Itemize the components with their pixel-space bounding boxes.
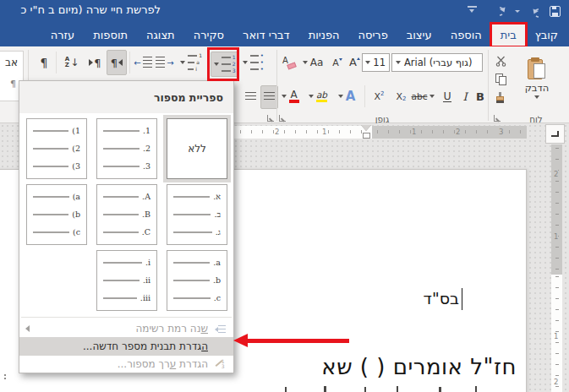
numbering-option-none[interactable]: ללא <box>167 118 227 179</box>
copy-icon <box>495 74 506 85</box>
ruler-label: 2 <box>455 128 461 136</box>
font-color-button[interactable]: A <box>277 85 303 107</box>
word-window: לפרשת חיי שרה (מיום ב ח"י כ קובץ בית הוס… <box>0 0 569 392</box>
menu-item-change-list-level[interactable]: שנה רמת רשימה <box>19 320 233 337</box>
tab-selector-button[interactable] <box>545 124 565 144</box>
rtl-direction-button[interactable]: ¶ <box>107 50 127 75</box>
tab-design[interactable]: עיצוב <box>397 24 441 46</box>
menu-item-set-numbering-value[interactable]: 1 3 הגדרת ערך מספור... <box>19 356 233 373</box>
font-size-combobox[interactable]: 11 <box>362 53 390 72</box>
ruler-label: 1 <box>321 128 327 136</box>
numbering-gallery: ללא .1 .2 .3 (1 (2 (3 .א .ב .ג .A .B .C <box>19 113 233 314</box>
numbering-option-lower-alpha[interactable]: .a .b .c <box>167 250 227 311</box>
superscript-icon: 2 <box>380 90 384 97</box>
save-icon[interactable] <box>550 6 561 17</box>
clear-formatting-button[interactable]: A <box>281 52 298 73</box>
doc-body-line[interactable]: חז"ל אומרים ( ) שא <box>321 354 517 379</box>
undo-icon[interactable] <box>500 6 520 17</box>
tab-references[interactable]: הפניות <box>299 24 349 46</box>
paragraph-mark-icon: ¶ <box>41 56 48 69</box>
font-name-combobox[interactable]: Arial (גוף עברי) <box>391 53 483 72</box>
numbering-option-decimal-paren[interactable]: (1 (2 (3 <box>26 118 87 179</box>
decrease-indent-button[interactable]: ← <box>133 51 153 74</box>
tab-review[interactable]: סקירה <box>184 24 233 46</box>
doc-heading[interactable]: בס"ד <box>424 289 459 308</box>
numbering-option-roman[interactable]: .i .ii .iii <box>96 250 157 311</box>
ruler-vertical[interactable]: 2 1 1 2 <box>551 144 562 392</box>
dropdown-arrow-icon <box>180 61 185 64</box>
dropdown-arrow-icon[interactable] <box>396 61 401 64</box>
dropdown-arrow-icon[interactable] <box>365 61 370 64</box>
tab-help[interactable]: עזרה <box>41 24 84 46</box>
change-list-level-icon <box>212 324 227 334</box>
ruler-horizontal-margin-area[interactable]: 1 2 3 <box>372 126 527 139</box>
redo-icon[interactable] <box>526 6 539 22</box>
shrink-font-button[interactable]: A <box>330 52 345 73</box>
format-painter-button[interactable] <box>491 90 510 106</box>
dropdown-arrow-icon <box>282 95 287 98</box>
bold-icon: B <box>476 90 484 103</box>
first-line-indent-marker[interactable] <box>361 125 371 131</box>
text-effects-button[interactable]: A <box>333 85 360 107</box>
shrink-font-icon <box>339 58 342 61</box>
font-color-icon: A <box>289 90 299 103</box>
numbering-option-hebrew-letters[interactable]: .א .ב .ג <box>167 184 227 245</box>
sort-button[interactable]: AZ ↓ <box>61 51 83 74</box>
subscript-button[interactable]: X2 <box>391 85 412 107</box>
tab-mailings[interactable]: דברי דואר <box>233 24 299 46</box>
show-paragraph-marks-button[interactable]: ¶ <box>36 51 52 74</box>
increase-indent-button[interactable]: → <box>155 51 175 74</box>
tab-layout[interactable]: פריסה <box>349 24 397 46</box>
font-size-value: 11 <box>373 57 389 68</box>
bullets-icon: • • • <box>250 53 264 72</box>
tab-addins[interactable]: תוספות <box>84 24 137 46</box>
partial-text-fragment <box>324 386 326 392</box>
superscript-button[interactable]: X2 <box>369 85 390 107</box>
partial-text-fragment <box>285 387 287 392</box>
text-cursor <box>462 288 463 310</box>
numbering-option-lower-alpha-paren[interactable]: (a (b (c <box>26 184 87 245</box>
align-button[interactable] <box>242 86 259 108</box>
text-effects-icon: A <box>346 89 356 104</box>
numbering-option-decimal[interactable]: .1 .2 .3 <box>96 118 157 179</box>
change-case-button[interactable]: Aa <box>299 52 326 73</box>
numbering-option-upper-alpha[interactable]: .A .B .C <box>96 184 157 245</box>
align-icon <box>245 92 256 102</box>
ltr-direction-button[interactable]: ¶ <box>85 51 105 74</box>
ribbon-tab-bar: קובץ בית הוספה עיצוב פריסה הפניות דברי ד… <box>0 24 569 46</box>
subscript-icon: 2 <box>402 95 406 102</box>
bullets-button[interactable]: • • • <box>240 51 266 74</box>
cut-button[interactable] <box>491 53 510 68</box>
numbering-library-menu: ספריית מספור ללא .1 .2 .3 (1 (2 (3 .א .ב… <box>19 80 234 373</box>
paste-button[interactable]: הדבק <box>514 49 560 106</box>
text-highlight-button[interactable]: ab <box>304 85 331 107</box>
dropdown-arrow-icon <box>243 61 248 64</box>
undo-dropdown-icon[interactable] <box>515 10 520 13</box>
annotation-arrow-shaft <box>247 339 349 343</box>
dropdown-arrow-icon <box>338 95 343 98</box>
text-highlight-icon: ab <box>316 90 327 103</box>
indent-marker[interactable] <box>363 133 370 139</box>
tab-home[interactable]: בית <box>491 24 526 46</box>
style-preview-pilcrow: ¶ <box>10 79 16 90</box>
copy-button[interactable] <box>491 72 510 87</box>
strikethrough-button[interactable]: abc <box>412 85 435 107</box>
bold-button[interactable]: B <box>472 85 489 107</box>
tab-file[interactable]: קובץ <box>526 24 567 46</box>
tab-insert[interactable]: הוספה <box>441 24 491 46</box>
submenu-arrow-icon <box>25 325 30 332</box>
qat-customize-icon[interactable] <box>468 6 478 13</box>
paragraph-dialog-launcher-icon[interactable] <box>267 115 274 122</box>
font-dialog-launcher-icon[interactable] <box>279 115 286 122</box>
underline-button[interactable]: U <box>437 85 457 107</box>
grow-font-button[interactable]: A <box>347 52 363 73</box>
tab-view[interactable]: תצוגה <box>137 24 184 46</box>
clipboard-dialog-launcher-icon[interactable] <box>494 115 501 122</box>
multilevel-list-button[interactable]: 1 a i <box>178 51 205 74</box>
justify-button[interactable] <box>260 85 278 109</box>
justify-icon <box>264 92 275 102</box>
paste-label: הדבק <box>525 82 550 94</box>
partial-text-fragment <box>397 386 398 392</box>
italic-button[interactable]: I <box>458 85 472 107</box>
menu-item-define-new-number-format[interactable]: הגדרת תבנית מספר חדשה... <box>19 337 233 356</box>
